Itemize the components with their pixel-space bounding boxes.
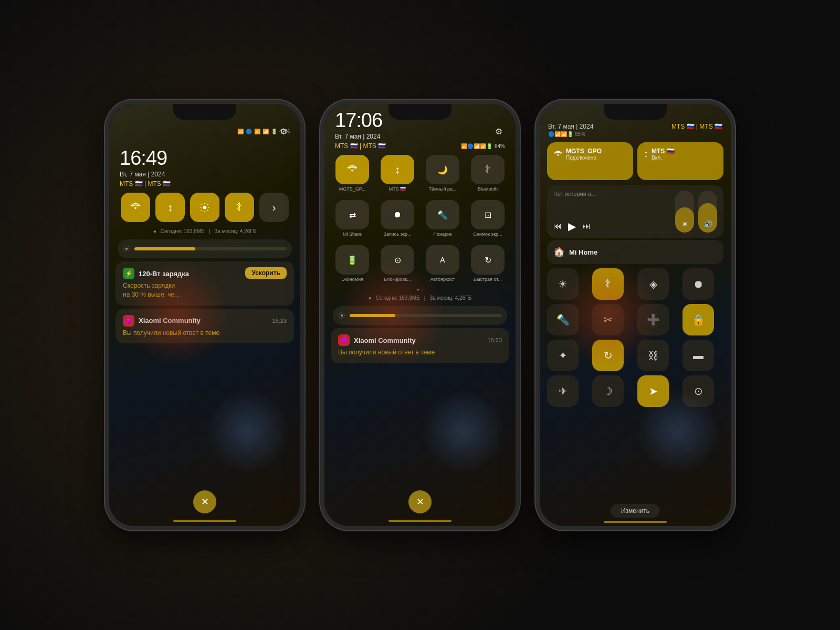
notif-time-xiaomi-1: 16:23 — [272, 318, 287, 324]
toggles-row2-2: ⇄ Mi Share ⏺ Запись экр... 🔦 Фонарик ⊡ С… — [324, 196, 516, 241]
notch-3 — [604, 104, 667, 120]
cc-carrier: MTS 🇷🇺 | MTS 🇷🇺 — [671, 123, 722, 130]
close-button-2[interactable]: ✕ — [408, 490, 432, 513]
cc-btn-airplane[interactable]: ✈ — [547, 375, 579, 407]
date-2: Вт, 7 мая | 2024 — [324, 132, 516, 141]
data-row-1: ● Сегодня: 163,8МБ | За месяц: 4,26ГБ — [109, 226, 300, 236]
cc-status-icons: 🔵📶📶🔋 65% — [548, 131, 593, 137]
clock-1: 16:49 — [109, 142, 300, 170]
toggle-torch-2[interactable]: 🔦 Фонарик — [422, 200, 463, 237]
notif-time-xiaomi-2: 16:23 — [487, 337, 502, 343]
toggle-share-2[interactable]: ⇄ Mi Share — [332, 200, 373, 237]
toggles-row1-2: MGTS_GP... ↕ MTS 🇷🇺 🌙 Тёмный ре... Bluet… — [324, 151, 516, 196]
carrier-row-2: MTS 🇷🇺 | MTS 🇷🇺 📶🔵📶📶🔋 64% — [324, 141, 516, 151]
play-button[interactable]: ▶ — [568, 220, 576, 233]
carrier-1: MTS 🇷🇺 | MTS 🇷🇺 — [120, 180, 171, 187]
notch-2 — [388, 104, 452, 120]
battery-2: 64% — [495, 143, 505, 149]
phone-2: 17:06 Вт, 7 мая | 2024 MTS 🇷🇺 | MTS 🇷🇺 📶… — [320, 100, 520, 530]
toggle-data-2[interactable]: ↕ MTS 🇷🇺 — [377, 155, 418, 192]
next-button[interactable]: ⏭ — [582, 222, 591, 231]
brightness-slider[interactable]: ☀ — [675, 191, 694, 233]
wifi-toggle-1[interactable] — [121, 193, 150, 222]
notif-icon-charging: ⚡ — [123, 268, 134, 279]
cc-tile-data[interactable]: ↕ MTS 🇷🇺 Вкл. — [637, 142, 723, 180]
prev-button[interactable]: ⏮ — [553, 222, 562, 231]
toggle-bluetooth-2[interactable]: Bluetooth — [467, 155, 508, 192]
mihome-label: Mi Home — [569, 248, 597, 256]
volume-slider[interactable]: 🔊 — [698, 191, 717, 233]
status-icons-2: 📶🔵📶📶🔋 64% — [461, 143, 505, 149]
date-1: Вт, 7 мая | 2024 — [109, 170, 300, 179]
mihome-icon: 🏠 — [553, 246, 565, 258]
brightness-toggle-1[interactable] — [190, 193, 219, 222]
data-month-1: За месяц: 4,26ГБ — [214, 228, 256, 234]
brightness-bar-1[interactable] — [118, 239, 292, 258]
gear-button-2[interactable]: ⚙ — [491, 124, 506, 139]
cc-data-status: Вкл. — [652, 155, 675, 161]
toggle-quick-2[interactable]: ↻ Быстрая от... — [467, 245, 508, 282]
quick-toggles-1: ↕ › — [109, 188, 300, 226]
cc-sliders: ☀ 🔊 — [675, 191, 717, 233]
cc-btn-card[interactable]: ▬ — [682, 340, 714, 371]
home-bar-2 — [388, 520, 452, 522]
arrow-toggle-1[interactable]: › — [259, 193, 289, 222]
cc-mihome[interactable]: 🏠 Mi Home — [547, 240, 723, 264]
phone-1: 16:49 📶 🔵 📶 📶 🔋 42% 16:49 Вт, 7 мая | 20… — [105, 100, 304, 530]
cc-btn-moon[interactable]: ☽ — [592, 375, 624, 407]
cc-wifi-name: MGTS_GPO — [566, 148, 602, 155]
gear-button-1[interactable]: ⚙ — [276, 124, 291, 139]
bluetooth-toggle-1[interactable] — [225, 193, 254, 222]
toggle-record-2[interactable]: ⏺ Запись экр... — [377, 200, 418, 237]
toggle-wifi-2[interactable]: MGTS_GP... — [332, 155, 373, 192]
carrier-2: MTS 🇷🇺 | MTS 🇷🇺 — [335, 142, 386, 150]
cc-media-label: Нет истории в... — [553, 191, 671, 197]
svg-point-0 — [203, 206, 207, 209]
data-toggle-1[interactable]: ↕ — [155, 193, 185, 222]
carrier-row-1: MTS 🇷🇺 | MTS 🇷🇺 — [109, 179, 300, 188]
phone-3: Вт, 7 мая | 2024 🔵📶📶🔋 65% MTS 🇷🇺 | MTS 🇷… — [536, 100, 735, 530]
cc-media-controls: ⏮ ▶ ⏭ — [553, 220, 671, 233]
toggle-darkmode-2[interactable]: 🌙 Тёмный ре... — [422, 155, 463, 192]
close-button-1[interactable]: ✕ — [193, 490, 216, 513]
home-bar-1 — [173, 520, 236, 522]
cc-network-tiles: MGTS_GPO Подключено ↕ MTS 🇷🇺 Вкл. — [540, 139, 731, 183]
notch-1 — [173, 104, 236, 120]
cc-tile-wifi[interactable]: MGTS_GPO Подключено — [547, 142, 633, 180]
modify-button[interactable]: Изменить — [611, 504, 660, 518]
cc-date: Вт, 7 мая | 2024 — [548, 123, 593, 130]
cc-data-name: MTS 🇷🇺 — [652, 148, 675, 155]
cc-btn-record[interactable]: ⏺ — [682, 268, 714, 300]
cc-media-section: Нет истории в... ⏮ ▶ ⏭ ☀ 🔊 — [547, 185, 723, 238]
svg-point-1 — [125, 248, 128, 250]
cc-btn-lock[interactable]: 🔒 — [682, 304, 714, 335]
data-today-1: Сегодня: 163,8МБ — [161, 228, 205, 234]
home-bar-3 — [604, 521, 667, 523]
cc-wifi-status: Подключено — [566, 155, 602, 161]
boost-button[interactable]: Ускорить — [245, 267, 287, 279]
toggle-screenshot-2[interactable]: ⊡ Снимок экр... — [467, 200, 508, 237]
